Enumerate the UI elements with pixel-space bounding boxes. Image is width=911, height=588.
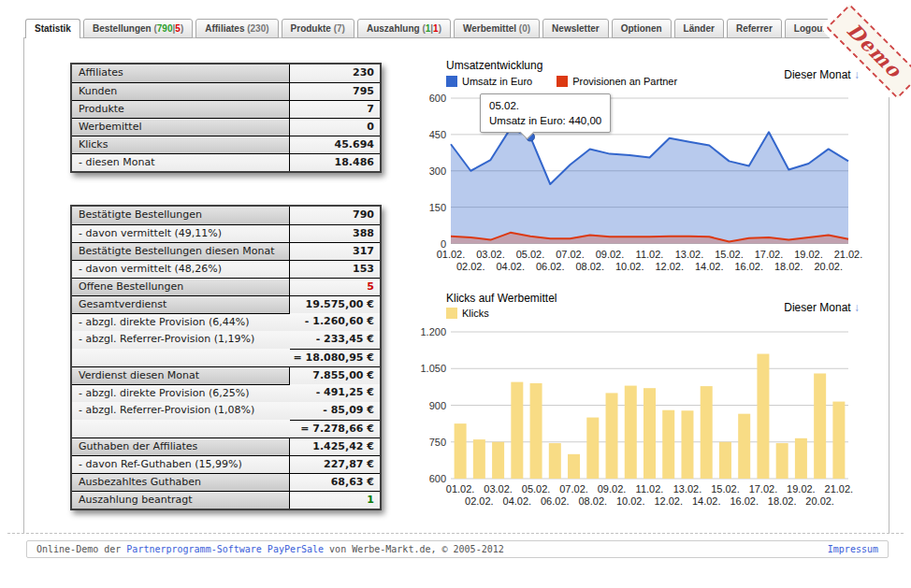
tab-bestellungen[interactable]: Bestellungen (790|5)	[83, 19, 193, 38]
svg-text:600: 600	[429, 93, 446, 104]
bar	[606, 393, 618, 479]
table-row: - abzgl. direkte Provision (6,44%)- 1.26…	[72, 313, 380, 331]
row-value: - 1.260,60 €	[290, 313, 380, 331]
table-row: - abzgl. Referrer-Provision (1,08%)- 85,…	[72, 402, 380, 420]
svg-text:11.02.: 11.02.	[636, 249, 664, 260]
row-label: Verdienst diesen Monat	[72, 366, 290, 384]
svg-text:21.02.: 21.02.	[834, 249, 863, 260]
chart-legend: Klicks	[446, 308, 489, 319]
svg-text:20.02.: 20.02.	[805, 495, 834, 507]
bar	[511, 382, 523, 479]
row-value: 7	[290, 100, 380, 118]
svg-text:03.02.: 03.02.	[484, 483, 513, 495]
row-value: - 491,25 €	[290, 384, 380, 402]
table-row: = 7.278,66 €	[72, 420, 380, 437]
bar	[681, 410, 693, 479]
tab-werbemittel[interactable]: Werbemittel (0)	[454, 19, 540, 38]
chevron-down-icon: ↓	[854, 301, 860, 314]
row-value: 227,87 €	[290, 455, 380, 473]
svg-text:19.02.: 19.02.	[794, 249, 823, 260]
svg-text:20.02.: 20.02.	[814, 261, 843, 272]
row-value: 153	[290, 260, 380, 278]
svg-text:05.02.: 05.02.	[516, 249, 545, 260]
tab-produkte[interactable]: Produkte (7)	[282, 19, 354, 38]
stats-table: Affiliates230Kunden795Produkte7Werbemitt…	[70, 63, 382, 173]
row-label: Affiliates	[72, 65, 290, 82]
svg-text:05.02.: 05.02.	[522, 483, 551, 495]
bar	[795, 438, 807, 479]
row-value: 7.855,00 €	[290, 366, 380, 384]
table-row: Affiliates230	[72, 65, 380, 82]
bar	[719, 442, 731, 479]
svg-text:18.02.: 18.02.	[774, 261, 803, 272]
bar	[586, 418, 599, 479]
period-filter[interactable]: Dieser Monat ↓	[784, 68, 860, 81]
svg-text:17.02.: 17.02.	[755, 249, 784, 260]
svg-text:12.02.: 12.02.	[655, 261, 684, 272]
svg-text:14.02.: 14.02.	[692, 495, 721, 507]
bar	[832, 402, 845, 479]
tab-l-nder[interactable]: Länder	[674, 19, 724, 38]
svg-text:15.02.: 15.02.	[715, 249, 744, 260]
table-row: - diesen Monat18.486	[72, 153, 380, 171]
table-row: Gesamtverdienst19.575,00 €	[72, 295, 380, 313]
legend-swatch-red-icon	[557, 76, 568, 87]
table-row: Verdienst diesen Monat7.855,00 €	[72, 366, 380, 384]
footer-text: Online-Demo der Partnerprogramm-Software…	[36, 544, 504, 554]
row-value: 68,63 €	[290, 473, 380, 491]
bar	[492, 442, 504, 479]
bar	[662, 410, 674, 479]
table-row: Bestätigte Bestellungen790	[72, 207, 380, 224]
svg-text:09.02.: 09.02.	[598, 483, 627, 495]
svg-text:09.02.: 09.02.	[596, 249, 625, 260]
row-value: - 85,09 €	[290, 402, 380, 420]
row-label: - davon vermittelt (48,26%)	[72, 260, 290, 278]
chart-legend: Umsatz in Euro Provisionen an Partner	[446, 76, 677, 87]
tab-optionen[interactable]: Optionen	[612, 19, 672, 38]
tab-newsletter[interactable]: Newsletter	[542, 19, 609, 38]
row-value: 5	[290, 278, 380, 295]
row-label: Gesamtverdienst	[72, 295, 290, 313]
impressum-link[interactable]: Impressum	[828, 544, 878, 554]
bar	[701, 386, 713, 479]
bar	[568, 454, 580, 479]
row-label: - abzgl. direkte Provision (6,44%)	[72, 313, 290, 331]
table-row: Produkte7	[72, 100, 380, 118]
chart-title: Klicks auf Werbemittel	[446, 292, 557, 305]
row-label: - diesen Monat	[72, 153, 290, 171]
row-label: - abzgl. Referrer-Provision (1,19%)	[72, 331, 290, 349]
row-label: Offene Bestellungen	[72, 278, 290, 295]
svg-text:06.02.: 06.02.	[541, 495, 570, 507]
svg-text:08.02.: 08.02.	[578, 495, 607, 507]
tab-affiliates[interactable]: Affiliates (230)	[195, 19, 278, 38]
bar	[738, 414, 750, 479]
row-label: - davon Ref-Guthaben (15,99%)	[72, 455, 290, 473]
svg-text:12.02.: 12.02.	[654, 495, 683, 507]
row-label: Auszahlung beantragt	[72, 491, 290, 509]
footer-bar: Online-Demo der Partnerprogramm-Software…	[26, 540, 889, 558]
svg-text:02.02.: 02.02.	[456, 261, 485, 272]
tab-referrer[interactable]: Referrer	[727, 19, 782, 38]
bar	[757, 354, 769, 479]
period-filter[interactable]: Dieser Monat ↓	[784, 301, 860, 314]
bar	[625, 386, 637, 479]
row-label: Werbemittel	[72, 118, 290, 136]
svg-text:14.02.: 14.02.	[695, 261, 724, 272]
svg-text:03.02.: 03.02.	[476, 249, 505, 260]
row-value: = 18.080,95 €	[290, 349, 380, 366]
legend-swatch-blue-icon	[446, 76, 457, 87]
svg-text:04.02.: 04.02.	[496, 261, 525, 272]
svg-text:16.02.: 16.02.	[734, 261, 763, 272]
svg-text:17.02.: 17.02.	[749, 483, 778, 495]
table-row: Offene Bestellungen5	[72, 278, 380, 295]
row-label: - abzgl. Referrer-Provision (1,08%)	[72, 402, 290, 420]
tab-bar: StatistikBestellungen (790|5)Affiliates …	[25, 19, 835, 38]
row-value: 790	[290, 207, 380, 224]
bar	[455, 423, 467, 479]
table-row: Klicks45.694	[72, 136, 380, 153]
tab-statistik[interactable]: Statistik	[25, 19, 80, 38]
payPerSale-link[interactable]: Partnerprogramm-Software PayPerSale	[126, 544, 324, 554]
svg-text:1.050: 1.050	[420, 363, 446, 374]
chart-title: Umsatzentwicklung	[446, 59, 542, 72]
tab-auszahlung[interactable]: Auszahlung (1|1)	[357, 19, 451, 38]
